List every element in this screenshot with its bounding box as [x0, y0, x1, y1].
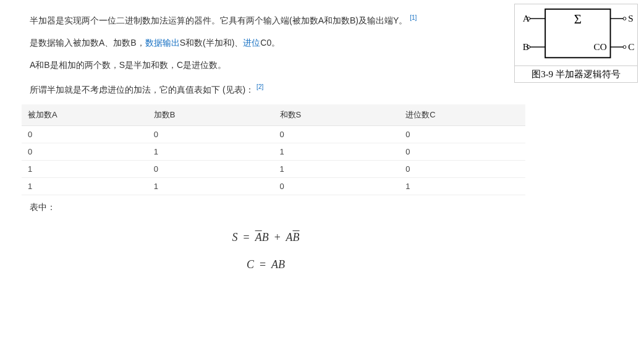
- paragraph-1: 半加器是实现两个一位二进制数加法运算的器件。它具有两个输入端(被加数A和加数B)…: [12, 11, 519, 27]
- table-row: 1 0 1 0: [22, 161, 525, 178]
- link-carry[interactable]: 进位: [243, 38, 260, 48]
- paragraph-4: 所谓半加就是不考虑进位的加法，它的真值表如下 (见表)： [2]: [12, 80, 519, 96]
- table-row: 0 1 1 0: [22, 143, 525, 161]
- th-B: 加数B: [148, 104, 274, 126]
- p2-b: S和数(半加和)、: [180, 38, 244, 48]
- p1-text: 半加器是实现两个一位二进制数加法运算的器件。它具有两个输入端(被加数A和加数B)…: [12, 15, 407, 25]
- svg-point-8: [623, 46, 626, 49]
- pin-S: S: [628, 13, 633, 23]
- citation-1[interactable]: [1]: [410, 14, 417, 21]
- p4-text: 所谓半加就是不考虑进位的加法，它的真值表如下 (见表)：: [30, 84, 254, 94]
- table-row: 1 1 0 1: [22, 178, 525, 195]
- th-A: 被加数A: [22, 104, 148, 126]
- pin-C: C: [628, 41, 634, 52]
- figure-half-adder: Σ A B S CO C 图3-9 半加器逻辑符号: [514, 4, 638, 83]
- pin-A: A: [523, 13, 530, 23]
- link-data-output[interactable]: 数据输出: [145, 38, 180, 48]
- paragraph-2: 是数据输入被加数A、加数B，数据输出S和数(半加和)、进位C0。: [12, 36, 519, 49]
- diagram-box: Σ A B S CO C: [514, 4, 638, 66]
- th-C: 进位数C: [399, 104, 525, 126]
- table-row: 0 0 0 0: [22, 126, 525, 143]
- citation-2[interactable]: [2]: [256, 83, 263, 90]
- paragraph-after-table: 表中：: [12, 200, 519, 214]
- table-header-row: 被加数A 加数B 和数S 进位数C: [22, 104, 525, 126]
- p2-c: C0。: [260, 38, 280, 48]
- th-S: 和数S: [274, 104, 400, 126]
- formula-C: C = AB: [12, 252, 519, 277]
- p2-a: 是数据输入被加数A、加数B，: [30, 38, 145, 48]
- truth-table: 被加数A 加数B 和数S 进位数C 0 0 0 0 0 1 1 0: [22, 104, 525, 195]
- pin-B: B: [523, 41, 529, 52]
- paragraph-3: A和B是相加的两个数，S是半加和数，C是进位数。: [12, 58, 519, 72]
- figure-caption: 图3-9 半加器逻辑符号: [514, 66, 638, 83]
- pin-CO: CO: [594, 41, 607, 52]
- sigma-label: Σ: [574, 12, 582, 27]
- half-adder-diagram: Σ A B S CO C: [516, 6, 636, 62]
- article-body: 半加器是实现两个一位二进制数加法运算的器件。它具有两个输入端(被加数A和加数B)…: [12, 11, 519, 277]
- svg-point-6: [623, 17, 626, 20]
- formula-S: S = AB + AB: [12, 225, 519, 250]
